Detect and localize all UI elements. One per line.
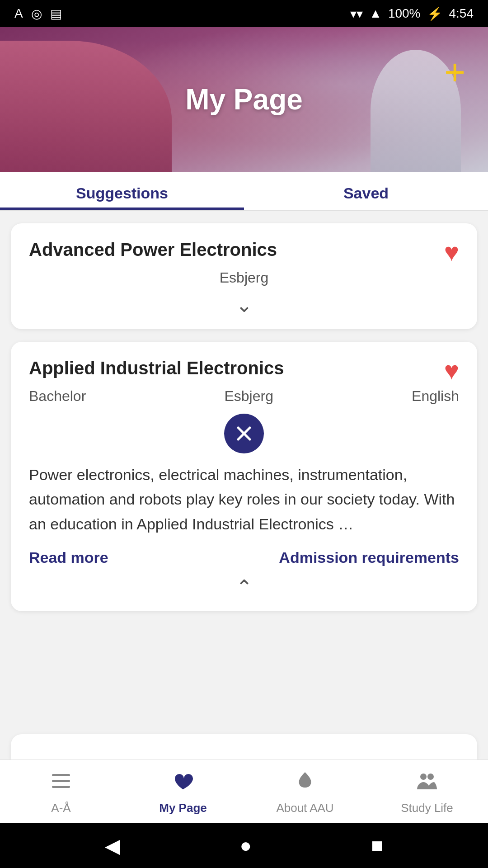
nav-item-mypage[interactable]: My Page (122, 769, 244, 815)
nav-item-az[interactable]: A-Å (0, 769, 122, 815)
card1-header: Advanced Power Electronics ♥ (29, 240, 459, 265)
nav-item-studylife[interactable]: Study Life (366, 769, 488, 815)
tab-bar: Suggestions Saved (0, 172, 488, 211)
card2-header: Applied Industrial Electronics ♥ (29, 358, 459, 383)
status-bar-right: ▾▾ ▲ 100% ⚡ 4:54 (350, 6, 474, 21)
content-area: Advanced Power Electronics ♥ Esbjerg ⌄ A… (0, 211, 488, 734)
hero-header: My Page + (0, 27, 488, 172)
status-bar-left: A ◎ ▤ (14, 6, 62, 21)
svg-rect-4 (52, 786, 70, 788)
bottom-navigation: A-Å My Page About AAU Study Life (0, 760, 488, 823)
people-icon (415, 769, 439, 797)
card1-expand-button[interactable]: ⌄ (29, 293, 459, 316)
card2-location: Esbjerg (224, 388, 273, 405)
card2-read-more-button[interactable]: Read more (29, 549, 108, 566)
icon-sim: ▤ (50, 6, 62, 21)
card2-actions: Read more Admission requirements (29, 549, 459, 566)
android-recent-button[interactable]: ■ (371, 834, 383, 857)
x-icon (233, 422, 255, 445)
svg-rect-3 (52, 780, 70, 782)
card2-collapse-area (29, 414, 459, 453)
figure-left (0, 41, 172, 172)
card2-admission-button[interactable]: Admission requirements (279, 549, 459, 566)
tab-saved[interactable]: Saved (244, 172, 488, 210)
battery-text: 100% (388, 6, 421, 21)
icon-a: A (14, 6, 23, 21)
nav-label-az: A-Å (51, 801, 70, 815)
page-title: My Page (185, 83, 303, 116)
nav-item-aboutaau[interactable]: About AAU (244, 769, 366, 815)
time-display: 4:54 (449, 6, 474, 21)
heart-nav-icon (171, 769, 195, 797)
card2-degree: Bachelor (29, 388, 86, 405)
list-icon (49, 769, 73, 797)
card2-title: Applied Industrial Electronics (29, 358, 444, 378)
nav-label-aboutaau: About AAU (276, 801, 333, 815)
card1-title: Advanced Power Electronics (29, 240, 444, 260)
wifi-icon: ▾▾ (350, 6, 363, 21)
card1-save-button[interactable]: ♥ (444, 240, 459, 265)
svg-point-5 (420, 774, 427, 780)
svg-point-6 (427, 774, 434, 780)
card2-collapse-button[interactable] (224, 414, 264, 453)
signal-icon: ▲ (369, 6, 382, 21)
icon-circle: ◎ (31, 6, 42, 21)
android-nav-bar: ◀ ● ■ (0, 823, 488, 868)
card2-description: Power electronics, electrical machines, … (29, 462, 459, 536)
android-home-button[interactable]: ● (239, 834, 252, 857)
android-back-button[interactable]: ◀ (105, 834, 120, 857)
svg-rect-2 (52, 774, 70, 776)
card-partial-peek (11, 734, 477, 760)
add-button[interactable]: + (444, 54, 465, 90)
card1-location: Esbjerg (29, 269, 459, 286)
nav-label-studylife: Study Life (401, 801, 453, 815)
status-bar: A ◎ ▤ ▾▾ ▲ 100% ⚡ 4:54 (0, 0, 488, 27)
battery-icon: ⚡ (427, 6, 443, 21)
card2-collapse-chevron[interactable]: ⌃ (29, 576, 459, 599)
card2-meta: Bachelor Esbjerg English (29, 388, 459, 405)
card2-save-button[interactable]: ♥ (444, 358, 459, 383)
card-applied-industrial-electronics: Applied Industrial Electronics ♥ Bachelo… (11, 342, 477, 611)
card2-language: English (412, 388, 459, 405)
card-advanced-power-electronics: Advanced Power Electronics ♥ Esbjerg ⌄ (11, 223, 477, 329)
flame-icon (293, 769, 317, 797)
nav-label-mypage: My Page (159, 801, 207, 815)
tab-suggestions[interactable]: Suggestions (0, 172, 244, 210)
